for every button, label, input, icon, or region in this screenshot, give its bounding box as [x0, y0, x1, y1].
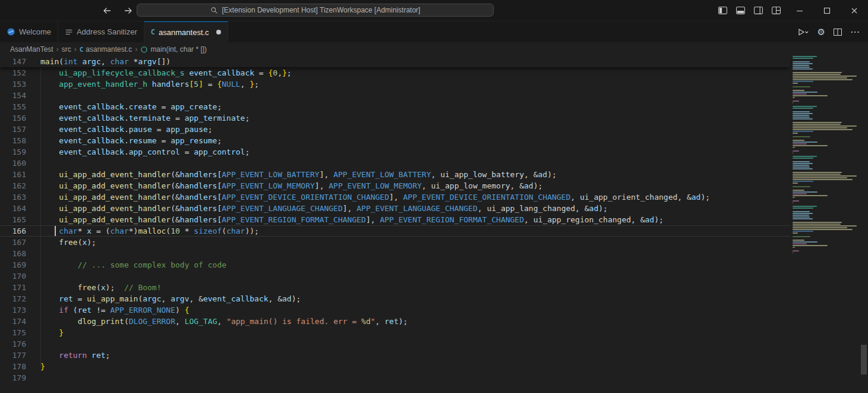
line-number[interactable]: 155: [0, 101, 26, 112]
line-content[interactable]: dlog_print(DLOG_ERROR, LOG_TAG, "app_mai…: [26, 316, 790, 327]
code-line[interactable]: 159 event_callback.app_control = app_con…: [0, 146, 790, 158]
line-number[interactable]: 173: [0, 304, 26, 316]
line-number[interactable]: 153: [0, 78, 26, 90]
breadcrumb-project[interactable]: AsanManTest: [10, 45, 53, 54]
line-content[interactable]: [26, 271, 790, 282]
line-content[interactable]: ret = ui_app_main(argc, argv, &event_cal…: [26, 293, 790, 304]
line-content[interactable]: ui_app_lifecycle_callback_s event_callba…: [26, 67, 790, 78]
line-number[interactable]: 154: [0, 90, 26, 101]
sticky-scroll-line[interactable]: 147main(int argc, char *argv[]): [0, 56, 790, 67]
line-content[interactable]: event_callback.terminate = app_terminate…: [26, 112, 790, 124]
line-number[interactable]: 152: [0, 67, 26, 78]
line-number[interactable]: 165: [0, 214, 26, 225]
code-line[interactable]: 155 event_callback.create = app_create;: [0, 101, 790, 112]
tab-address-sanitizer[interactable]: Address Sanitizer: [58, 21, 144, 42]
line-content[interactable]: free(x);: [26, 237, 790, 248]
line-number[interactable]: 168: [0, 248, 26, 259]
code-editor[interactable]: 152 ui_app_lifecycle_callback_s event_ca…: [0, 56, 868, 393]
code-line[interactable]: 157 event_callback.pause = app_pause;: [0, 124, 790, 135]
code-line[interactable]: 173 if (ret != APP_ERROR_NONE) {: [0, 304, 790, 316]
back-button[interactable]: [101, 5, 113, 17]
code-line[interactable]: 152 ui_app_lifecycle_callback_s event_ca…: [0, 67, 790, 78]
line-number[interactable]: 175: [0, 327, 26, 338]
breadcrumb-file[interactable]: C asanmantest.c: [80, 45, 132, 54]
line-content[interactable]: [26, 372, 790, 383]
line-number[interactable]: 158: [0, 135, 26, 146]
line-number[interactable]: 164: [0, 203, 26, 214]
line-content[interactable]: app_event_handler_h handlers[5] = {NULL,…: [26, 78, 790, 90]
breadcrumb-folder-src[interactable]: src: [62, 45, 71, 54]
code-line[interactable]: 177 return ret;: [0, 350, 790, 361]
tab-asanmantest[interactable]: C asanmantest.c: [144, 21, 228, 42]
line-content[interactable]: event_callback.pause = app_pause;: [26, 124, 790, 135]
line-number[interactable]: 167: [0, 237, 26, 248]
line-content[interactable]: if (ret != APP_ERROR_NONE) {: [26, 304, 790, 316]
line-content[interactable]: ui_app_add_event_handler(&handlers[APP_E…: [26, 180, 790, 191]
code-line[interactable]: 165 ui_app_add_event_handler(&handlers[A…: [0, 214, 790, 225]
code-line[interactable]: 172 ret = ui_app_main(argc, argv, &event…: [0, 293, 790, 304]
line-content[interactable]: // ... some complex body of code: [26, 259, 790, 271]
code-line[interactable]: 178}: [0, 361, 790, 372]
line-content[interactable]: ui_app_add_event_handler(&handlers[APP_E…: [26, 203, 790, 214]
code-line[interactable]: 164 ui_app_add_event_handler(&handlers[A…: [0, 203, 790, 214]
close-button[interactable]: [841, 0, 868, 21]
line-content[interactable]: }: [26, 327, 790, 338]
code-line[interactable]: 154: [0, 90, 790, 101]
line-content[interactable]: }: [26, 361, 790, 372]
line-number[interactable]: 169: [0, 259, 26, 271]
vertical-scrollbar-thumb[interactable]: [861, 345, 867, 375]
line-content[interactable]: [26, 248, 790, 259]
line-content[interactable]: free(x); // Boom!: [26, 282, 790, 293]
line-number[interactable]: 174: [0, 316, 26, 327]
line-number[interactable]: 179: [0, 372, 26, 383]
line-content[interactable]: main(int argc, char *argv[]): [26, 56, 790, 67]
command-center-search[interactable]: [Extension Development Host] TizenWorksp…: [137, 4, 494, 17]
code-line[interactable]: 168: [0, 248, 790, 259]
modified-dot[interactable]: [216, 30, 221, 34]
run-or-debug-button[interactable]: [797, 27, 810, 37]
line-number[interactable]: 157: [0, 124, 26, 135]
line-number[interactable]: 161: [0, 169, 26, 180]
line-number[interactable]: 159: [0, 146, 26, 158]
code-line[interactable]: 169 // ... some complex body of code: [0, 259, 790, 271]
line-number[interactable]: 162: [0, 180, 26, 191]
line-content[interactable]: event_callback.app_control = app_control…: [26, 146, 790, 158]
maximize-button[interactable]: [813, 0, 841, 21]
line-content[interactable]: event_callback.create = app_create;: [26, 101, 790, 112]
settings-gear-button[interactable]: ⚙: [818, 27, 825, 36]
code-line[interactable]: 158 event_callback.resume = app_resume;: [0, 135, 790, 146]
code-line[interactable]: 170: [0, 271, 790, 282]
line-content[interactable]: [26, 90, 790, 101]
code-line[interactable]: 156 event_callback.terminate = app_termi…: [0, 112, 790, 124]
line-number[interactable]: 177: [0, 350, 26, 361]
line-number[interactable]: 156: [0, 112, 26, 124]
tab-welcome[interactable]: Welcome: [0, 21, 58, 42]
code-line[interactable]: 167 free(x);: [0, 237, 790, 248]
customize-layout-icon[interactable]: [771, 5, 781, 16]
line-number[interactable]: 171: [0, 282, 26, 293]
code-line[interactable]: 176: [0, 338, 790, 350]
line-number[interactable]: 170: [0, 271, 26, 282]
code-line[interactable]: 175 }: [0, 327, 790, 338]
line-content[interactable]: return ret;: [26, 350, 790, 361]
line-content[interactable]: ui_app_add_event_handler(&handlers[APP_E…: [26, 214, 790, 225]
more-actions-button[interactable]: ⋯: [850, 27, 860, 37]
line-number[interactable]: 172: [0, 293, 26, 304]
minimize-button[interactable]: [786, 0, 813, 21]
code-line[interactable]: 174 dlog_print(DLOG_ERROR, LOG_TAG, "app…: [0, 316, 790, 327]
line-number[interactable]: 163: [0, 191, 26, 203]
code-line[interactable]: 153 app_event_handler_h handlers[5] = {N…: [0, 78, 790, 90]
breadcrumb-symbol-main[interactable]: main(int, char * []): [140, 45, 207, 54]
minimap[interactable]: [790, 56, 860, 393]
line-number[interactable]: 178: [0, 361, 26, 372]
line-content[interactable]: event_callback.resume = app_resume;: [26, 135, 790, 146]
line-number[interactable]: 147: [0, 56, 26, 67]
code-line[interactable]: 161 ui_app_add_event_handler(&handlers[A…: [0, 169, 790, 180]
split-editor-button[interactable]: [833, 27, 842, 37]
code-line[interactable]: 160: [0, 158, 790, 169]
toggle-panel-icon[interactable]: [735, 5, 746, 16]
toggle-primary-sidebar-icon[interactable]: [717, 5, 728, 16]
sticky-line[interactable]: 147main(int argc, char *argv[]): [0, 56, 790, 67]
code-line[interactable]: 171 free(x); // Boom!: [0, 282, 790, 293]
line-number[interactable]: 160: [0, 158, 26, 169]
